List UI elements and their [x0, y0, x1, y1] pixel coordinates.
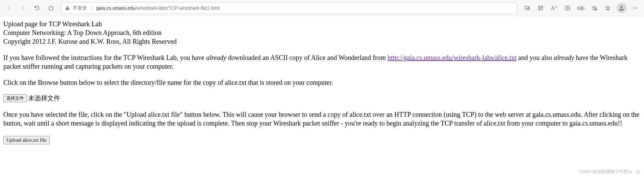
svg-rect-5	[541, 6, 543, 8]
address-bar[interactable]: 不安全 | gaia.cs.umass.edu/wireshark-labs/T…	[61, 2, 517, 14]
url-path: /wireshark-labs/TCP-wireshark-file1.html	[135, 5, 219, 11]
svg-point-9	[621, 6, 623, 8]
browser-toolbar: 不安全 | gaia.cs.umass.edu/wireshark-labs/T…	[0, 0, 644, 16]
refresh-button[interactable]	[30, 2, 44, 14]
choose-file-button[interactable]: 选择文件	[3, 94, 27, 102]
more-icon[interactable]	[629, 1, 642, 15]
toolbar-right: A⁺ aあ	[521, 1, 642, 15]
home-button[interactable]	[44, 2, 58, 14]
svg-rect-1	[67, 9, 67, 9]
heading-line-3: Copyright 2012 J.F. Kurose and K.W. Ross…	[3, 37, 641, 46]
separator: |	[91, 5, 92, 11]
upload-row: Upload alice.txt file	[3, 135, 641, 144]
no-file-label: 未选择文件	[28, 94, 60, 103]
svg-point-11	[635, 7, 636, 8]
device-icon[interactable]	[521, 1, 534, 15]
intro-paragraph: If you have followed the instructions fo…	[3, 53, 641, 71]
forward-button[interactable]	[16, 2, 30, 14]
heading-line-1: Upload page for TCP Wireshark Lab	[3, 20, 641, 28]
favorites-icon[interactable]	[601, 1, 614, 15]
file-input-row: 选择文件 未选择文件	[3, 94, 641, 103]
upload-instruction: Once you have selected the file, click o…	[3, 110, 641, 128]
url-host: gaia.cs.umass.edu	[96, 5, 136, 11]
alice-link[interactable]: http://gaia.cs.umass.edu/wireshark-labs/…	[388, 54, 516, 61]
svg-rect-0	[67, 7, 67, 8]
svg-rect-3	[528, 7, 530, 10]
svg-point-12	[637, 7, 637, 8]
insecure-icon	[65, 5, 70, 11]
upload-button[interactable]: Upload alice.txt file	[3, 136, 50, 144]
reader-icon[interactable]	[561, 1, 574, 15]
svg-rect-4	[539, 6, 540, 8]
add-favorite-icon[interactable]	[588, 1, 601, 15]
back-button[interactable]	[2, 2, 15, 14]
profile-avatar[interactable]	[616, 3, 627, 13]
page-content: Upload page for TCP Wireshark Lab Comput…	[0, 16, 644, 151]
url-text: gaia.cs.umass.edu/wireshark-labs/TCP-wir…	[96, 5, 220, 11]
heading-line-2: Computer Networking: A Top Down Approach…	[3, 28, 641, 37]
apps-icon[interactable]	[534, 1, 547, 15]
svg-rect-6	[539, 8, 540, 10]
browse-instruction: Click on the Browse button below to sele…	[3, 78, 641, 87]
svg-point-10	[633, 7, 634, 8]
insecure-label: 不安全	[73, 5, 87, 11]
text-size-icon[interactable]: A⁺	[547, 1, 561, 15]
translate-icon[interactable]: aあ	[574, 1, 588, 15]
